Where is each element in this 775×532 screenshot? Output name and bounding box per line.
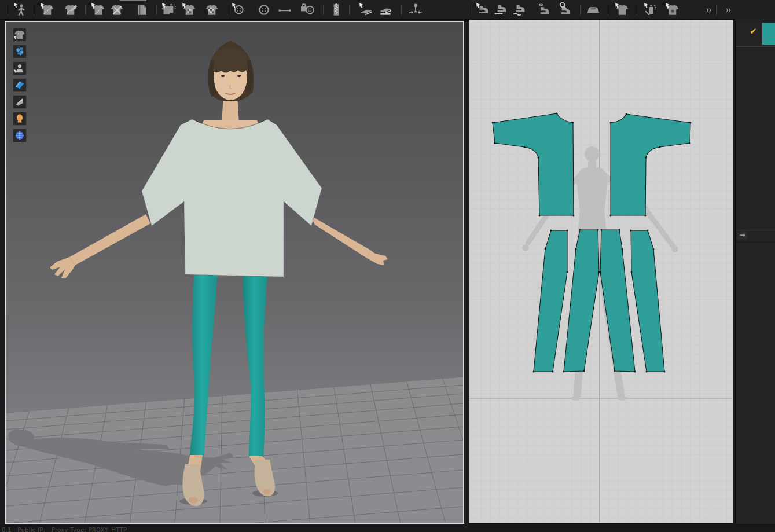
flatten-select-icon[interactable] <box>359 2 374 17</box>
edit-pattern-stitch-icon[interactable] <box>40 2 55 17</box>
main-toolbar <box>0 0 775 20</box>
toolbar-separator <box>716 4 717 15</box>
toolbar-separator <box>468 4 468 15</box>
toolbar-separator <box>34 4 34 15</box>
flatten-icon[interactable] <box>378 2 393 17</box>
sewing-machine-select-icon[interactable] <box>476 2 491 17</box>
garment-select-icon[interactable] <box>615 2 630 17</box>
pattern-outline-icon[interactable] <box>134 2 149 17</box>
stitch-segment-icon[interactable] <box>277 2 292 17</box>
edit-sewing-icon[interactable] <box>91 2 106 17</box>
simulate-avatar-walk-icon[interactable] <box>13 2 28 17</box>
toolbar-separator <box>156 4 157 15</box>
show-head-button[interactable] <box>13 112 27 126</box>
eye-left <box>221 75 225 77</box>
zipper-icon[interactable] <box>329 2 344 17</box>
pattern-checker-select-icon[interactable] <box>182 2 197 17</box>
show-surface-button[interactable] <box>13 95 27 109</box>
toolbar-separator <box>323 4 324 15</box>
paint-texture-icon[interactable] <box>161 2 177 17</box>
scene-2d <box>469 20 732 522</box>
viewport-3d[interactable] <box>5 21 464 524</box>
edit-pattern-pen-icon[interactable] <box>63 2 78 17</box>
panel-splitter[interactable]: → <box>736 230 775 243</box>
more-tools-2-icon[interactable] <box>719 2 734 17</box>
toolbar-separator <box>349 4 350 15</box>
show-fabric-button[interactable] <box>13 78 27 92</box>
status-bar: 0.1 Public IP: Proxy Type: PROXY_HTTP <box>0 524 775 532</box>
fabric-swatch[interactable] <box>762 23 775 45</box>
expander-arrow-icon[interactable]: → <box>737 231 747 240</box>
garment-pattern-select-icon[interactable] <box>665 2 680 17</box>
button-icon[interactable] <box>256 2 271 17</box>
show-sewing-icon[interactable] <box>537 2 552 17</box>
more-tools-icon[interactable] <box>700 2 715 17</box>
pattern-checker-icon[interactable] <box>204 2 219 17</box>
top-tab-remnant <box>120 0 146 1</box>
toolbar-separator <box>580 4 581 15</box>
fabric-list-row[interactable]: ✔ <box>736 19 775 47</box>
eye-right <box>237 75 241 77</box>
toolbar-separator <box>227 4 227 15</box>
edit-seam-cut-icon[interactable] <box>109 2 124 17</box>
iron-icon[interactable] <box>586 2 601 17</box>
show-particles-button[interactable] <box>13 45 27 58</box>
right-panel: ✔ → <box>735 19 775 524</box>
scene-3d <box>6 22 463 523</box>
toolbar-separator <box>401 4 402 15</box>
toolbar-separator <box>637 4 637 15</box>
segment-sewing-icon[interactable] <box>494 2 509 17</box>
viewport-2d-pattern[interactable] <box>469 19 733 524</box>
free-sewing-icon[interactable] <box>512 2 527 17</box>
check-icon: ✔ <box>750 26 757 36</box>
show-environment-button[interactable] <box>13 129 27 142</box>
toolbar-separator <box>8 4 8 15</box>
show-avatar-button[interactable] <box>13 61 27 75</box>
pin-arrows-icon[interactable] <box>408 2 423 17</box>
toolbar-separator <box>608 4 608 15</box>
texture-spray-select-icon[interactable] <box>644 2 659 17</box>
button-select-icon[interactable] <box>232 2 247 17</box>
lock-button-icon[interactable] <box>300 2 315 17</box>
toolbar-separator <box>85 4 86 15</box>
status-text: 0.1 Public IP: Proxy Type: PROXY_HTTP <box>2 527 127 532</box>
show-garment-button[interactable] <box>13 28 27 42</box>
detail-sewing-icon[interactable] <box>557 2 572 17</box>
